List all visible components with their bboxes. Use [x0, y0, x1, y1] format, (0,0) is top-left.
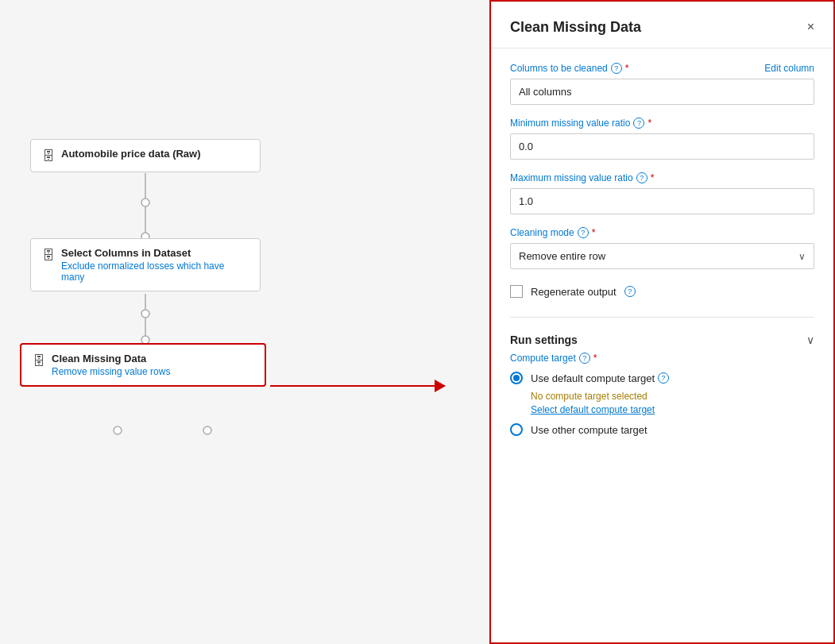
default-compute-label: Use default compute target ? [531, 372, 669, 384]
columns-label-text: Columns to be cleaned [510, 63, 608, 74]
select-columns-subtitle: Exclude normalized losses which have man… [61, 260, 249, 283]
run-settings-chevron-icon: ∨ [806, 334, 814, 346]
compute-target-help-icon[interactable]: ? [579, 353, 590, 364]
min-ratio-label-text: Minimum missing value ratio [510, 118, 630, 129]
regenerate-help-icon[interactable]: ? [624, 286, 636, 297]
run-settings-title: Run settings [510, 334, 578, 346]
svg-point-5 [141, 310, 149, 318]
properties-panel: Clean Missing Data × Columns to be clean… [489, 0, 835, 644]
close-button[interactable]: × [804, 17, 818, 37]
other-compute-label: Use other compute target [531, 424, 648, 436]
run-settings-body: Compute target ? * Use default compute t… [510, 346, 814, 436]
edit-column-link[interactable]: Edit column [764, 63, 814, 74]
min-ratio-required: * [648, 118, 651, 129]
min-ratio-help-icon[interactable]: ? [633, 118, 644, 129]
max-ratio-help-icon[interactable]: ? [636, 172, 648, 183]
cleaning-mode-select[interactable]: Remove entire row ∨ [510, 243, 814, 269]
select-compute-link[interactable]: Select default compute target [531, 404, 814, 415]
clean-missing-title: Clean Missing Data [52, 353, 253, 364]
node-icon-select: 🗄 [42, 249, 55, 263]
min-ratio-input[interactable]: 0.0 [510, 133, 814, 160]
columns-label-row: Columns to be cleaned ? * Edit column [510, 63, 814, 74]
other-compute-radio[interactable] [510, 423, 523, 436]
cleaning-mode-label-text: Cleaning mode [510, 227, 574, 238]
svg-point-1 [141, 199, 149, 206]
panel-body: Columns to be cleaned ? * Edit column Al… [491, 48, 833, 457]
run-settings-section: Run settings ∨ Compute target ? * Use de… [510, 334, 814, 442]
cleaning-mode-help-icon[interactable]: ? [578, 227, 589, 238]
node-icon-clean: 🗄 [33, 354, 45, 368]
max-ratio-input[interactable]: 1.0 [510, 188, 814, 214]
compute-target-label-row: Compute target ? * [510, 353, 814, 364]
no-compute-text: No compute target selected [531, 391, 814, 402]
min-ratio-field-group: Minimum missing value ratio ? * 0.0 [510, 118, 814, 160]
selection-arrow [270, 385, 445, 387]
cleaning-mode-chevron-icon: ∨ [798, 251, 806, 262]
max-ratio-label-text: Maximum missing value ratio [510, 172, 633, 183]
other-compute-radio-row: Use other compute target [510, 423, 814, 436]
compute-target-label: Compute target [510, 353, 576, 364]
cleaning-mode-value: Remove entire row [519, 250, 605, 262]
run-settings-header[interactable]: Run settings ∨ [510, 334, 814, 346]
svg-point-8 [114, 426, 122, 434]
max-ratio-field-group: Maximum missing value ratio ? * 1.0 [510, 172, 814, 214]
cleaning-mode-field-group: Cleaning mode ? * Remove entire row ∨ [510, 227, 814, 269]
default-compute-radio-row: Use default compute target ? [510, 372, 814, 384]
select-columns-node[interactable]: 🗄 Select Columns in Dataset Exclude norm… [30, 238, 261, 291]
columns-input[interactable]: All columns [510, 79, 814, 105]
svg-point-9 [203, 426, 211, 434]
node-icon: 🗄 [42, 149, 55, 164]
clean-missing-subtitle: Remove missing value rows [52, 366, 253, 377]
section-divider [510, 317, 814, 318]
regenerate-checkbox[interactable] [510, 285, 523, 298]
cleaning-mode-label-row: Cleaning mode ? * [510, 227, 814, 238]
panel-header: Clean Missing Data × [491, 2, 833, 48]
pipeline-canvas: 🗄 Automobile price data (Raw) 🗄 Select C… [0, 0, 489, 644]
automobile-node-title: Automobile price data (Raw) [61, 148, 249, 160]
clean-missing-node[interactable]: 🗄 Clean Missing Data Remove missing valu… [20, 343, 266, 387]
panel-title: Clean Missing Data [510, 19, 641, 36]
columns-field-group: Columns to be cleaned ? * Edit column Al… [510, 63, 814, 105]
regenerate-row: Regenerate output ? [510, 282, 814, 301]
min-ratio-label-row: Minimum missing value ratio ? * [510, 118, 814, 129]
regenerate-label: Regenerate output [531, 286, 617, 298]
automobile-node[interactable]: 🗄 Automobile price data (Raw) [30, 139, 261, 172]
default-compute-radio[interactable] [510, 372, 523, 384]
columns-help-icon[interactable]: ? [611, 63, 622, 74]
pipeline-connections [0, 0, 489, 644]
default-compute-help-icon[interactable]: ? [658, 372, 669, 384]
compute-target-required: * [593, 353, 597, 364]
max-ratio-required: * [651, 172, 655, 183]
max-ratio-label-row: Maximum missing value ratio ? * [510, 172, 814, 183]
compute-info: No compute target selected Select defaul… [531, 391, 814, 415]
columns-required: * [625, 63, 629, 74]
cleaning-mode-required: * [592, 227, 596, 238]
select-columns-title: Select Columns in Dataset [61, 247, 249, 259]
